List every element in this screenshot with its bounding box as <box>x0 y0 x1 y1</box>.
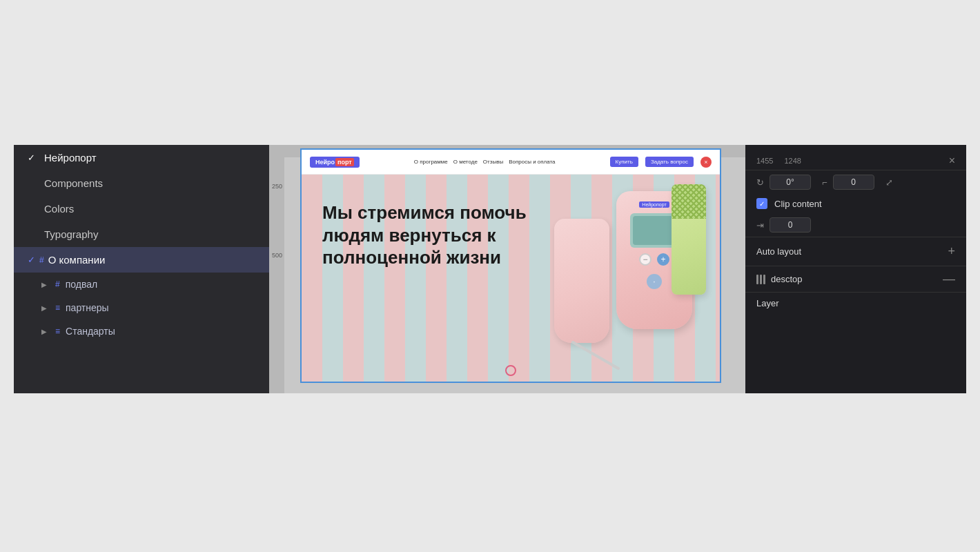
corner-radius-input[interactable] <box>833 175 874 190</box>
frame-navbar: Нейропорт О программе О методе Отзывы Во… <box>302 150 720 175</box>
sidebar-item-colors[interactable]: Colors <box>14 196 269 221</box>
ruler-left: 250 500 <box>269 145 284 393</box>
chevron-icon: ▶ <box>41 304 50 312</box>
desctop-label: desctop <box>771 274 937 284</box>
nav-link-1[interactable]: О программе <box>414 159 448 165</box>
layer-section-header: Layer <box>745 292 966 314</box>
ruler-v-500: 500 <box>272 252 282 259</box>
section-check-icon: ✓ <box>28 255 35 265</box>
hash-icon: # <box>55 279 60 289</box>
device-logo: Нейропорт <box>639 201 669 208</box>
device-secondary <box>554 219 609 343</box>
sidebar-colors-label: Colors <box>44 203 74 215</box>
lines-icon: ≡ <box>55 303 60 313</box>
gap-icon: ⇥ <box>756 220 764 230</box>
auto-layout-label: Auto layout <box>756 246 801 257</box>
left-sidebar: ✓ Нейропорт Components Colors Typography… <box>14 145 269 393</box>
nav-logo: Нейропорт <box>310 157 360 168</box>
sidebar-typography-label: Typography <box>44 228 98 240</box>
clip-content-label: Clip content <box>774 199 822 209</box>
corner-radius-icon: ⌐ <box>822 177 827 188</box>
nav-buy-button[interactable]: Купить <box>610 157 638 167</box>
expand-icon: ⤢ <box>885 177 893 188</box>
nav-question-button[interactable]: Задать вопрос <box>645 157 694 167</box>
hero-text: Мы стремимся помочь людям вернуться к по… <box>322 201 550 269</box>
sidebar-item-neiroport[interactable]: ✓ Нейропорт <box>14 145 269 170</box>
sidebar-child-podval[interactable]: ▶ # подвал <box>14 273 269 296</box>
device-brush <box>672 184 706 295</box>
canvas-area: 0 200 400 600 800 1000 250 500 Нейропорт <box>269 145 745 393</box>
auto-layout-add-button[interactable]: + <box>948 244 955 259</box>
sidebar-section-ocompanii[interactable]: ✓ # О компании <box>14 247 269 273</box>
sidebar-child-partners-label: партнеры <box>66 302 109 313</box>
layer-label: Layer <box>756 298 779 308</box>
sidebar-child-standards-label: Стандарты <box>66 326 115 337</box>
top-close-button[interactable]: × <box>949 155 955 167</box>
rp-gap-row: ⇥ <box>745 213 966 237</box>
nav-link-4[interactable]: Вопросы и оплата <box>509 159 555 165</box>
sidebar-item-typography[interactable]: Typography <box>14 221 269 247</box>
top-val-1: 1455 <box>756 157 773 165</box>
sidebar-child-partners[interactable]: ▶ ≡ партнеры <box>14 296 269 319</box>
app-container: ✓ Нейропорт Components Colors Typography… <box>14 145 966 393</box>
desctop-row: desctop — <box>745 266 966 292</box>
sidebar-item-components[interactable]: Components <box>14 170 269 196</box>
carousel-dot[interactable] <box>505 365 516 376</box>
lines-icon-2: ≡ <box>55 326 60 336</box>
device-btn-plus: + <box>657 253 669 266</box>
device-cable <box>571 340 620 370</box>
rotation-icon: ↻ <box>756 177 764 188</box>
desctop-collapse-button[interactable]: — <box>943 272 955 286</box>
chevron-icon: ▶ <box>41 281 50 288</box>
hero-products: Нейропорт − + · <box>533 177 713 371</box>
clip-content-row: ✓ Clip content <box>745 194 966 213</box>
desctop-icon <box>756 275 765 284</box>
top-val-2: 1248 <box>784 157 801 165</box>
sidebar-child-standards[interactable]: ▶ ≡ Стандарты <box>14 319 269 343</box>
device-btn-minus: − <box>639 253 651 266</box>
clip-content-checkbox[interactable]: ✓ <box>756 198 767 209</box>
gap-input[interactable] <box>770 217 811 233</box>
ruler-v-250: 250 <box>272 183 282 190</box>
nav-links: О программе О методе Отзывы Вопросы и оп… <box>366 159 603 165</box>
auto-layout-section: Auto layout + <box>745 237 966 266</box>
canvas-frame[interactable]: Нейропорт О программе О методе Отзывы Во… <box>300 148 721 383</box>
sidebar-section-label-text: О компании <box>48 254 106 266</box>
right-panel-top-strip: 1455 1248 × <box>745 152 966 170</box>
close-icon: × <box>704 159 707 166</box>
logo-text: Нейро <box>315 159 335 166</box>
chevron-icon: ▶ <box>41 328 50 335</box>
frame-content: Нейропорт О программе О методе Отзывы Во… <box>302 150 720 382</box>
brush-head <box>672 184 706 219</box>
device-buttons: − + <box>639 253 669 266</box>
section-hash-icon: # <box>39 255 44 265</box>
device-btn-blue-main: · <box>647 274 662 289</box>
nav-link-3[interactable]: Отзывы <box>483 159 503 165</box>
rp-dimensions-row: ↻ ⌐ ⤢ <box>745 170 966 194</box>
nav-link-2[interactable]: О методе <box>453 159 478 165</box>
sidebar-item-label: Нейропорт <box>44 152 97 164</box>
sidebar-components-label: Components <box>44 177 103 189</box>
nav-close-button[interactable]: × <box>700 157 712 168</box>
sidebar-child-podval-label: подвал <box>66 279 97 290</box>
logo-accent: порт <box>335 158 354 166</box>
rotation-input[interactable] <box>770 175 811 190</box>
checkbox-check-icon: ✓ <box>759 200 765 208</box>
right-panel: 1455 1248 × ↻ ⌐ ⤢ ✓ Clip content ⇥ <box>745 145 966 393</box>
check-icon: ✓ <box>28 152 39 163</box>
